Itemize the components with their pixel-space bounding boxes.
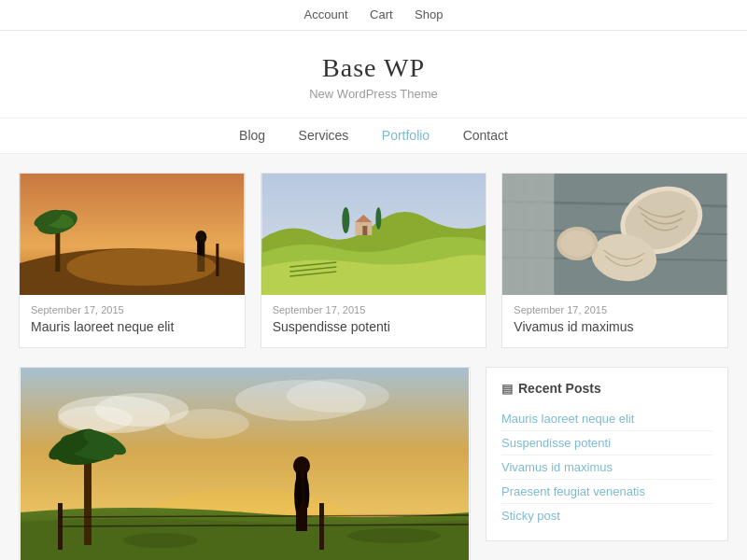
post-date-2: September 17, 2015 [273,304,475,315]
post-card-body-3: September 17, 2015 Vivamus id maximus [502,295,727,347]
recent-post-item[interactable]: Sticky post [501,504,712,527]
svg-rect-41 [84,452,92,545]
post-card-2[interactable]: September 17, 2015 Suspendisse potenti [261,173,487,348]
svg-point-36 [58,406,133,432]
nav-contact[interactable]: Contact [463,128,508,143]
nav-portfolio[interactable]: Portfolio [382,128,430,143]
top-bar: Account Cart Shop [0,0,747,31]
svg-point-14 [342,207,349,233]
svg-point-52 [123,533,198,548]
svg-rect-32 [536,174,543,295]
recent-post-item[interactable]: Vivamus id maximus [501,455,712,480]
recent-post-item[interactable]: Suspendisse potenti [501,431,712,455]
post-title-1[interactable]: Mauris laoreet neque elit [31,319,233,334]
content-wrapper: September 17, 2015 Mauris laoreet neque … [9,173,738,560]
site-tagline: New WordPress Theme [0,87,747,101]
topbar-account[interactable]: Account [304,7,348,21]
svg-point-38 [287,379,389,413]
svg-rect-13 [362,226,367,235]
post-image-1 [20,174,245,295]
nav-services[interactable]: Services [299,128,349,143]
post-image-3 [502,174,727,295]
recent-posts-heading: Recent Posts [518,381,601,396]
sidebar: ▤ Recent Posts Mauris laoreet neque elit… [486,367,728,560]
featured-card[interactable] [19,367,471,560]
svg-rect-49 [319,503,324,550]
main-nav: Blog Services Portfolio Contact [0,118,747,154]
bottom-row: ▤ Recent Posts Mauris laoreet neque elit… [19,367,728,560]
topbar-cart[interactable]: Cart [370,7,393,21]
recent-posts-widget: ▤ Recent Posts Mauris laoreet neque elit… [486,367,728,541]
svg-rect-30 [508,174,515,295]
recent-posts-icon: ▤ [501,382,513,396]
nav-blog[interactable]: Blog [239,128,265,143]
recent-posts-list: Mauris laoreet neque elit Suspendisse po… [501,407,712,527]
recent-post-item[interactable]: Praesent feugiat venenatis [501,480,712,504]
post-card-1[interactable]: September 17, 2015 Mauris laoreet neque … [19,173,246,348]
svg-point-9 [66,248,216,286]
site-header: Base WP New WordPress Theme [0,31,747,118]
featured-image [20,368,470,560]
recent-posts-title: ▤ Recent Posts [501,381,712,396]
post-title-3[interactable]: Vivamus id maximus [514,319,716,334]
post-card-body-1: September 17, 2015 Mauris laoreet neque … [20,295,245,347]
post-grid: September 17, 2015 Mauris laoreet neque … [19,173,728,348]
svg-point-48 [293,456,310,475]
svg-rect-8 [216,244,218,276]
post-image-2 [261,174,486,295]
svg-point-53 [347,528,441,543]
site-title: Base WP [0,53,747,83]
svg-rect-31 [522,174,528,295]
post-card-body-2: September 17, 2015 Suspendisse potenti [261,295,486,347]
svg-point-39 [165,409,249,439]
svg-point-7 [195,231,206,244]
post-date-3: September 17, 2015 [514,304,716,315]
post-card-3[interactable]: September 17, 2015 Vivamus id maximus [501,173,728,348]
svg-point-28 [561,231,595,257]
post-title-2[interactable]: Suspendisse potenti [273,319,475,334]
topbar-shop[interactable]: Shop [415,7,443,21]
post-date-1: September 17, 2015 [31,304,233,315]
recent-post-item[interactable]: Mauris laoreet neque elit [501,407,712,431]
svg-point-15 [375,207,381,230]
